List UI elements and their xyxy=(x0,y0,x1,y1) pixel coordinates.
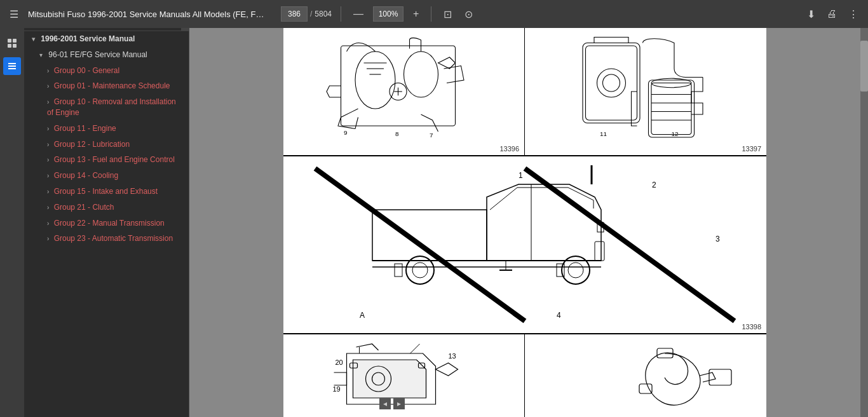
svg-rect-40 xyxy=(395,264,402,277)
diagram-grid-bottom: 20 19 13 xyxy=(283,334,766,417)
diagram-grid-top: 9 8 7 13396 xyxy=(283,28,766,156)
svg-text:1: 1 xyxy=(519,171,523,180)
sidebar-item-group15[interactable]: › Group 15 - Intake and Exhaust xyxy=(24,184,189,200)
diagram-svg-bottom-right xyxy=(531,341,760,417)
figure-number-large: 13398 xyxy=(742,323,761,331)
svg-text:A: A xyxy=(360,311,365,320)
svg-rect-24 xyxy=(651,83,691,135)
svg-rect-7 xyxy=(341,46,456,126)
sidebar-group13-label: Group 13 - Fuel and Engine Control xyxy=(54,155,175,164)
sidebar-group21-label: Group 21 - Clutch xyxy=(54,203,114,212)
svg-line-57 xyxy=(410,344,420,353)
chevron-group00: › xyxy=(47,67,49,74)
sidebar-item-group12[interactable]: › Group 12 - Lubrication xyxy=(24,137,189,153)
expand-arrow-root: ▾ xyxy=(32,36,35,43)
svg-point-8 xyxy=(355,51,395,109)
svg-text:7: 7 xyxy=(430,132,433,139)
sidebar-group11-label: Group 11 - Engine xyxy=(54,124,116,133)
sidebar-resize-handle[interactable] xyxy=(189,28,192,417)
svg-text:2: 2 xyxy=(652,181,656,189)
svg-rect-42 xyxy=(595,242,604,261)
outline-view-button[interactable] xyxy=(3,57,21,75)
print-button[interactable]: 🖨 xyxy=(824,7,840,21)
sidebar-item-group10[interactable]: › Group 10 - Removal and Installation of… xyxy=(24,94,189,121)
right-scrollbar[interactable] xyxy=(860,28,868,417)
sidebar-fefg-label: 96-01 FE/FG Service Manual xyxy=(48,50,147,59)
chevron-group11: › xyxy=(47,125,49,132)
sidebar-scroll-left-button[interactable]: ◂ xyxy=(379,398,391,409)
sidebar-item-service-manual-root[interactable]: ▾ 1996-2001 Service Manual xyxy=(24,31,189,47)
divider-1 xyxy=(341,6,341,22)
sidebar-item-group00[interactable]: › Group 00 - General xyxy=(24,63,189,79)
svg-point-9 xyxy=(404,51,438,97)
toolbar: ☰ Mitsubishi Fuso 1996-2001 Service Manu… xyxy=(0,0,868,28)
sidebar-item-group23[interactable]: › Group 23 - Automatic Transmission xyxy=(24,231,189,247)
svg-rect-6 xyxy=(8,68,16,69)
chevron-group21: › xyxy=(47,204,49,211)
svg-rect-23 xyxy=(649,80,695,137)
svg-rect-0 xyxy=(8,39,11,43)
sidebar-item-group14[interactable]: › Group 14 - Cooling xyxy=(24,168,189,184)
sidebar-group14-label: Group 14 - Cooling xyxy=(54,171,118,180)
pdf-page: 9 8 7 13396 xyxy=(283,28,766,417)
svg-text:19: 19 xyxy=(333,385,341,393)
svg-text:4: 4 xyxy=(557,311,561,320)
zoom-in-button[interactable]: + xyxy=(410,7,422,21)
fit-page-button[interactable]: ⊡ xyxy=(440,7,455,22)
svg-text:12: 12 xyxy=(672,130,679,137)
svg-text:20: 20 xyxy=(336,359,343,366)
sidebar-item-group11[interactable]: › Group 11 - Engine xyxy=(24,121,189,137)
svg-rect-5 xyxy=(8,65,16,67)
svg-rect-65 xyxy=(709,369,731,385)
figure-number-top-right: 13397 xyxy=(742,145,761,153)
document-title: Mitsubishi Fuso 1996-2001 Service Manual… xyxy=(28,10,269,19)
sidebar-group23-label: Group 23 - Automatic Transmission xyxy=(54,234,173,243)
diagram-cell-bottom-right xyxy=(525,334,766,417)
svg-point-39 xyxy=(412,263,428,278)
figure-number-top-left: 13396 xyxy=(499,145,519,153)
diagram-cell-top-left: 9 8 7 13396 xyxy=(283,28,525,155)
sidebar-item-group01[interactable]: › Group 01 - Maintenance Schedule xyxy=(24,78,189,94)
sidebar-scroll-up[interactable] xyxy=(181,28,189,31)
chevron-group23: › xyxy=(47,235,49,242)
sidebar-group22-label: Group 22 - Manual Transmission xyxy=(54,219,165,228)
chevron-group01: › xyxy=(47,83,49,90)
sidebar-group10-label: Group 10 - Removal and Installation of E… xyxy=(47,97,176,117)
sidebar-scroll-right-button[interactable]: ▸ xyxy=(393,398,405,409)
thumbnail-view-button[interactable] xyxy=(3,34,21,52)
right-scroll-thumb[interactable] xyxy=(860,41,868,92)
svg-rect-2 xyxy=(8,44,11,48)
right-toolbar-icons: ⬇ 🖨 ⋮ xyxy=(804,7,862,22)
main-layout: ▾ 1996-2001 Service Manual ▾ 96-01 FE/FG… xyxy=(0,28,868,417)
total-pages: 5804 xyxy=(315,10,332,18)
svg-rect-1 xyxy=(13,39,17,43)
diagram-svg-large: 1 2 3 4 A xyxy=(283,159,766,331)
diagram-svg-top-left: 9 8 7 xyxy=(290,34,518,149)
svg-rect-4 xyxy=(8,63,16,64)
sidebar-item-group13[interactable]: › Group 13 - Fuel and Engine Control xyxy=(24,152,189,168)
chevron-group10: › xyxy=(47,99,49,106)
sidebar-group15-label: Group 15 - Intake and Exhaust xyxy=(54,187,158,196)
download-button[interactable]: ⬇ xyxy=(804,7,818,22)
divider-2 xyxy=(431,6,431,22)
sidebar-group12-label: Group 12 - Lubrication xyxy=(54,140,130,149)
hamburger-menu-button[interactable]: ☰ xyxy=(6,7,22,22)
more-options-button[interactable]: ⋮ xyxy=(845,7,862,22)
sidebar-item-fe-fg-manual[interactable]: ▾ 96-01 FE/FG Service Manual xyxy=(24,47,189,63)
zoom-out-button[interactable]: — xyxy=(350,7,367,21)
svg-rect-3 xyxy=(13,44,17,48)
history-button[interactable]: ⊙ xyxy=(461,7,476,22)
current-page-input[interactable] xyxy=(281,6,308,22)
expand-arrow-fefg: ▾ xyxy=(39,51,43,58)
sidebar-item-group21[interactable]: › Group 21 - Clutch xyxy=(24,200,189,215)
sidebar-item-group22[interactable]: › Group 22 - Manual Transmission xyxy=(24,215,189,231)
zoom-level-input[interactable] xyxy=(373,6,403,22)
sidebar-group01-label: Group 01 - Maintenance Schedule xyxy=(54,81,170,90)
svg-text:8: 8 xyxy=(395,130,399,137)
svg-rect-20 xyxy=(586,46,637,120)
sidebar[interactable]: ▾ 1996-2001 Service Manual ▾ 96-01 FE/FG… xyxy=(24,28,189,417)
content-area[interactable]: 9 8 7 13396 xyxy=(189,28,860,417)
sidebar-root-label: 1996-2001 Service Manual xyxy=(41,34,135,43)
svg-text:13: 13 xyxy=(449,352,456,360)
svg-rect-64 xyxy=(639,384,652,393)
